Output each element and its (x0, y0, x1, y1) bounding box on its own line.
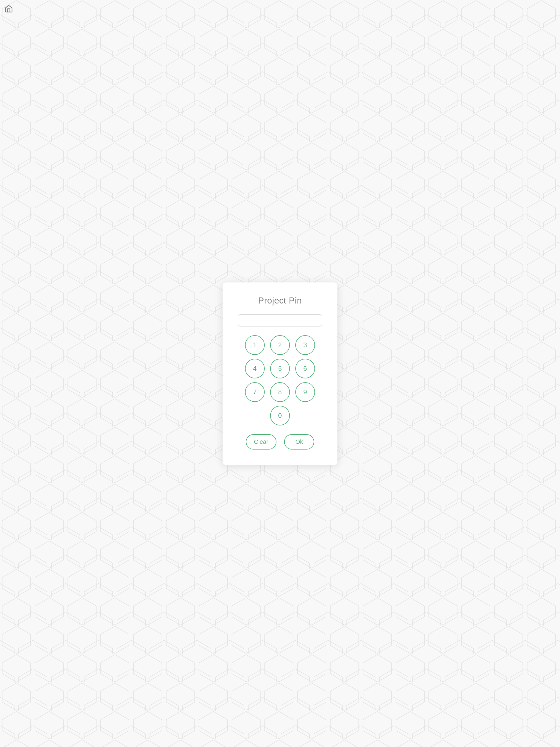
key-9[interactable]: 9 (295, 382, 315, 402)
key-4[interactable]: 4 (245, 359, 265, 379)
key-3[interactable]: 3 (295, 335, 315, 355)
key-0[interactable]: 0 (270, 406, 290, 426)
keypad-row-3: 7 8 9 (245, 382, 315, 402)
main-content: Project Pin 1 2 3 4 5 6 7 8 9 0 (0, 0, 560, 747)
pin-input[interactable] (238, 314, 322, 327)
key-7[interactable]: 7 (245, 382, 265, 402)
clear-button[interactable]: Clear (246, 434, 277, 449)
key-2[interactable]: 2 (270, 335, 290, 355)
pin-title: Project Pin (258, 295, 302, 306)
pin-card: Project Pin 1 2 3 4 5 6 7 8 9 0 (223, 282, 337, 465)
keypad-row-2: 4 5 6 (245, 359, 315, 379)
key-5[interactable]: 5 (270, 359, 290, 379)
keypad: 1 2 3 4 5 6 7 8 9 0 (238, 335, 322, 426)
ok-button[interactable]: Ok (284, 434, 314, 449)
key-6[interactable]: 6 (295, 359, 315, 379)
key-8[interactable]: 8 (270, 382, 290, 402)
home-button[interactable] (4, 4, 13, 14)
keypad-row-4: 0 (270, 406, 290, 426)
key-1[interactable]: 1 (245, 335, 265, 355)
keypad-row-1: 1 2 3 (245, 335, 315, 355)
action-row: Clear Ok (238, 434, 322, 449)
